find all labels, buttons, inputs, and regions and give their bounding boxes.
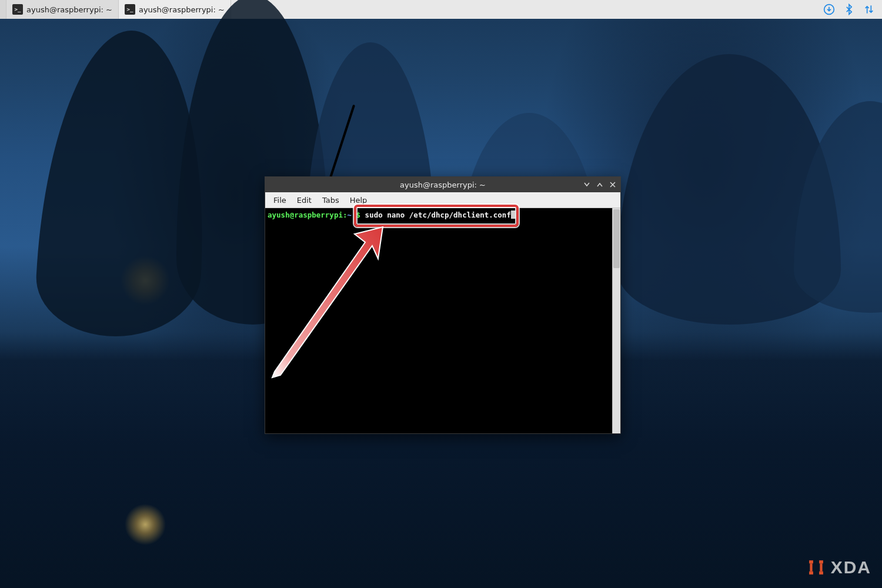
bluetooth-icon[interactable] <box>843 4 855 15</box>
prompt-path: ~ <box>347 211 352 219</box>
taskbar-item-terminal-1[interactable]: >_ ayush@raspberrypi: ~ <box>6 0 119 19</box>
window-title: ayush@raspberrypi: ~ <box>400 181 486 189</box>
terminal-window: ayush@raspberrypi: ~ File Edit Tabs Help… <box>265 176 621 434</box>
download-icon[interactable] <box>823 4 835 15</box>
network-updown-icon[interactable] <box>863 4 875 15</box>
taskbar-item-label: ayush@raspberrypi: ~ <box>139 5 225 14</box>
terminal-scrollbar[interactable] <box>612 208 620 433</box>
menu-tabs[interactable]: Tabs <box>318 194 344 206</box>
window-titlebar[interactable]: ayush@raspberrypi: ~ <box>265 177 620 192</box>
window-maximize-button[interactable] <box>596 181 604 189</box>
menu-file[interactable]: File <box>269 194 291 206</box>
window-close-button[interactable] <box>609 181 617 189</box>
taskbar-item-label: ayush@raspberrypi: ~ <box>26 5 112 14</box>
menu-edit[interactable]: Edit <box>292 194 316 206</box>
taskbar-spacer <box>231 0 816 19</box>
xda-watermark: XDA <box>806 557 871 577</box>
scrollbar-thumb[interactable] <box>613 209 620 268</box>
terminal-cursor <box>511 211 516 219</box>
terminal-body[interactable]: ayush@raspberrypi:~ $ sudo nano /etc/dhc… <box>265 208 620 433</box>
terminal-icon: >_ <box>125 4 135 15</box>
taskbar: >_ ayush@raspberrypi: ~ >_ ayush@raspber… <box>0 0 882 19</box>
terminal-icon: >_ <box>12 4 23 15</box>
menu-help[interactable]: Help <box>345 194 372 206</box>
xda-logo-icon <box>806 557 826 577</box>
taskbar-menu-stub[interactable] <box>0 0 6 19</box>
xda-watermark-text: XDA <box>831 559 871 576</box>
taskbar-item-terminal-2[interactable]: >_ ayush@raspberrypi: ~ <box>119 0 231 19</box>
prompt-userhost: ayush@raspberrypi <box>268 211 343 219</box>
terminal-command: sudo nano /etc/dhcp/dhclient.conf <box>365 211 511 219</box>
window-minimize-button[interactable] <box>583 181 591 189</box>
window-buttons <box>583 177 617 192</box>
prompt-end: $ <box>352 211 365 219</box>
terminal-text[interactable]: ayush@raspberrypi:~ $ sudo nano /etc/dhc… <box>265 208 612 433</box>
system-tray <box>816 0 882 19</box>
terminal-menubar: File Edit Tabs Help <box>265 192 620 208</box>
